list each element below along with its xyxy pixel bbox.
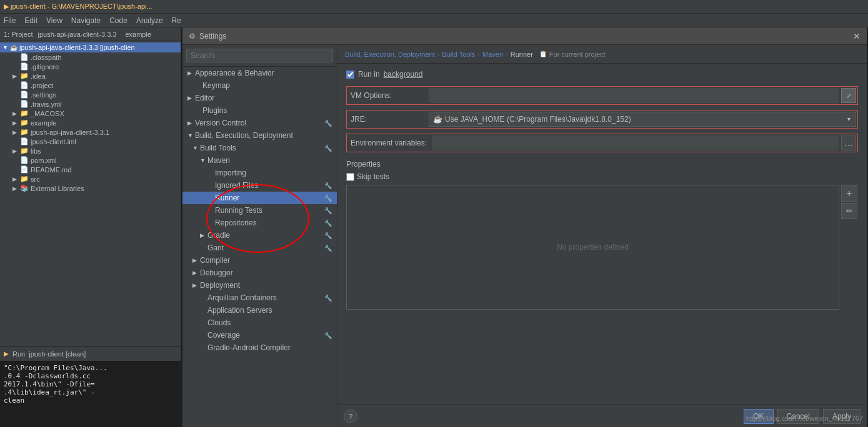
settings-item-gradle[interactable]: ▶ Gradle 🔧	[182, 229, 337, 242]
settings-nav: ▶ Appearance & Behavior Keymap ▶ Editor	[182, 45, 337, 427]
breadcrumb-maven[interactable]: Maven	[482, 51, 503, 58]
vc-badge: 🔧	[324, 120, 332, 127]
tree-item[interactable]: 📄.travis.yml	[0, 99, 181, 109]
settings-item-app-servers[interactable]: Application Servers	[182, 304, 337, 317]
run-in-bg-row: Run in background	[346, 70, 858, 79]
compiler-label: Compiler	[200, 256, 230, 265]
settings-item-clouds[interactable]: Clouds	[182, 317, 337, 329]
env-vars-more-button[interactable]: …	[841, 135, 856, 150]
run-panel-header: ▶ Run jpush-client [clean]	[0, 346, 181, 361]
jre-icon: ☕	[433, 115, 442, 124]
breadcrumb-suffix: For current project	[549, 51, 606, 58]
run-panel: ▶ Run jpush-client [clean] "C:\Program F…	[0, 346, 181, 427]
ide-menu-bar: ▶ jpush-client - G:\MAVENPROJECT\jpush-a…	[0, 0, 868, 14]
running-tests-label: Running Tests	[215, 206, 262, 215]
tree-item[interactable]: 📄jpush-client.iml	[0, 137, 181, 146]
ignored-badge: 🔧	[324, 182, 332, 189]
maven-label: Maven	[207, 156, 230, 165]
breadcrumb-icon: 📋	[539, 51, 547, 57]
settings-item-appearance[interactable]: ▶ Appearance & Behavior	[182, 67, 337, 79]
breadcrumb-tools[interactable]: Build Tools	[442, 51, 475, 58]
run-in-bg-underline: background	[384, 70, 423, 79]
settings-item-arquillian[interactable]: Arquillian Containers 🔧	[182, 292, 337, 304]
tree-item[interactable]: ▶📁_MACOSX	[0, 109, 181, 118]
settings-search-input[interactable]	[186, 49, 333, 62]
navigate-menu[interactable]: Navigate	[71, 16, 101, 25]
jre-dropdown-arrow: ▼	[846, 116, 852, 122]
settings-item-version-control[interactable]: ▶ Version Control 🔧	[182, 117, 337, 129]
settings-item-runner[interactable]: Runner 🔧	[182, 192, 337, 204]
skip-tests-label: Skip tests	[357, 172, 389, 181]
settings-item-deployment[interactable]: ▶ Deployment	[182, 279, 337, 292]
vm-options-input[interactable]	[429, 88, 839, 103]
settings-content: Build, Execution, Deployment › Build Too…	[337, 45, 867, 427]
build-tools-badge: 🔧	[324, 145, 332, 152]
tree-item[interactable]: 📄.project	[0, 81, 181, 90]
vm-options-expand-button[interactable]: ⤢	[841, 88, 856, 103]
gradle-android-label: Gradle-Android Compiler	[207, 343, 291, 352]
run-in-bg-label: Run in	[358, 70, 380, 79]
tree-item[interactable]: 📄.settings	[0, 90, 181, 99]
tree-root[interactable]: ▼ ☕ jpush-api-java-client-3.3.3 [jpush-c…	[0, 42, 181, 52]
re-menu[interactable]: Re	[172, 16, 181, 25]
tree-item[interactable]: ▶📁jpush-api-java-client-3.3.1	[0, 127, 181, 137]
deployment-label: Deployment	[200, 281, 240, 290]
settings-item-gradle-android[interactable]: Gradle-Android Compiler	[182, 341, 337, 354]
settings-item-importing[interactable]: Importing	[182, 167, 337, 179]
tree-item[interactable]: ▶📁libs	[0, 146, 181, 155]
settings-item-build-execution[interactable]: ▼ Build, Execution, Deployment	[182, 129, 337, 142]
example-tab[interactable]: example	[125, 31, 151, 38]
properties-toolbar: + ✏	[841, 185, 857, 219]
coverage-badge: 🔧	[324, 332, 332, 339]
settings-item-plugins[interactable]: Plugins	[182, 104, 337, 117]
settings-item-maven[interactable]: ▼ Maven	[182, 154, 337, 167]
settings-item-coverage[interactable]: Coverage 🔧	[182, 329, 337, 341]
run-panel-content: "C:\Program Files\Java... .0.4 -Dclasswo…	[0, 361, 181, 427]
settings-item-debugger[interactable]: ▶ Debugger	[182, 267, 337, 279]
tree-item[interactable]: ▶📁.idea	[0, 71, 181, 81]
url-watermark: https://blog.csdn.net/weixin_44117767	[746, 415, 863, 422]
settings-item-keymap[interactable]: Keymap	[182, 79, 337, 92]
breadcrumb-build[interactable]: Build, Execution, Deployment	[345, 51, 435, 58]
settings-item-build-tools[interactable]: ▼ Build Tools 🔧	[182, 142, 337, 154]
gradle-badge: 🔧	[324, 232, 332, 239]
edit-menu[interactable]: Edit	[24, 16, 37, 25]
env-vars-input[interactable]	[432, 135, 839, 150]
file-menu[interactable]: File	[4, 16, 16, 25]
view-menu[interactable]: View	[46, 16, 62, 25]
settings-title: Settings	[199, 32, 226, 41]
tree-item[interactable]: 📄.gitignore	[0, 62, 181, 71]
breadcrumb-sep1: ›	[437, 51, 440, 58]
ide-second-bar: File Edit View Navigate Code Analyze Re	[0, 14, 868, 27]
tree-item-external-libs[interactable]: ▶📚External Libraries	[0, 184, 181, 193]
settings-item-compiler[interactable]: ▶ Compiler	[182, 254, 337, 267]
project-tab-label[interactable]: 1: Project	[4, 31, 32, 38]
skip-tests-checkbox[interactable]	[346, 173, 354, 181]
running-tests-badge: 🔧	[324, 207, 332, 214]
settings-item-running-tests[interactable]: Running Tests 🔧	[182, 204, 337, 217]
run-task: jpush-client [clean]	[29, 350, 86, 358]
run-in-bg-checkbox[interactable]	[346, 71, 354, 79]
close-button[interactable]: ✕	[853, 31, 861, 41]
tree-item[interactable]: 📄pom.xml	[0, 155, 181, 165]
settings-item-repositories[interactable]: Repositories 🔧	[182, 217, 337, 229]
tree-item[interactable]: ▶📁example	[0, 118, 181, 127]
project-name: jpush-api-java-client-3.3.3	[37, 31, 116, 38]
project-tree: ▼ ☕ jpush-api-java-client-3.3.3 [jpush-c…	[0, 41, 181, 346]
tree-item[interactable]: 📄README.md	[0, 165, 181, 174]
tree-item[interactable]: ▶📁src	[0, 174, 181, 184]
edit-property-button[interactable]: ✏	[841, 203, 857, 219]
jre-select[interactable]: ☕ Use JAVA_HOME (C:\Program Files\Java\j…	[429, 112, 856, 127]
breadcrumb-sep3: ›	[506, 51, 508, 58]
app-icon: ▶ jpush-client - G:\MAVENPROJECT\jpush-a…	[4, 2, 152, 11]
add-property-button[interactable]: +	[841, 185, 857, 202]
settings-item-editor[interactable]: ▶ Editor	[182, 92, 337, 104]
help-button[interactable]: ?	[344, 410, 357, 423]
settings-item-ignored-files[interactable]: Ignored Files 🔧	[182, 179, 337, 192]
tree-item[interactable]: 📄.classpath	[0, 52, 181, 62]
analyze-menu[interactable]: Analyze	[136, 16, 163, 25]
settings-item-gant[interactable]: Gant 🔧	[182, 242, 337, 254]
debugger-label: Debugger	[200, 268, 233, 277]
env-vars-label: Environment variables:	[348, 139, 429, 147]
code-menu[interactable]: Code	[109, 16, 127, 25]
